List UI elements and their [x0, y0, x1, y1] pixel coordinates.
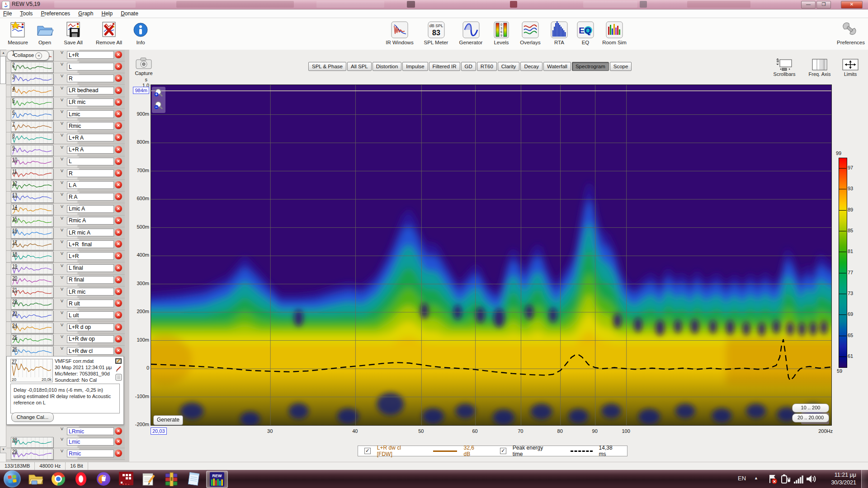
tray-action-center-icon[interactable]: ✕: [768, 474, 778, 486]
measurement-row[interactable]: 22V✕: [6, 298, 125, 310]
tab-distortion[interactable]: Distortion: [373, 62, 402, 71]
taskbar-notepad[interactable]: [184, 471, 204, 487]
change-cal-button[interactable]: Change Cal...: [11, 413, 54, 422]
scroll-thumb[interactable]: [0, 56, 6, 84]
delete-measurement-button[interactable]: ✕: [115, 217, 122, 224]
delete-measurement-button[interactable]: ✕: [115, 205, 122, 212]
measurement-name-input[interactable]: [67, 122, 114, 130]
tab-spectrogram[interactable]: Spectrogram: [572, 62, 609, 71]
measurement-thumbnail[interactable]: 19: [11, 263, 53, 274]
measurement-row[interactable]: 23V✕: [6, 310, 125, 322]
measurement-name-input[interactable]: [67, 63, 114, 70]
delete-measurement-button[interactable]: ✕: [115, 122, 122, 129]
tab-impulse[interactable]: Impulse: [402, 62, 428, 71]
measurement-name-input[interactable]: [67, 264, 114, 272]
measurement-row[interactable]: 29V✕: [6, 448, 125, 460]
measurement-thumbnail[interactable]: 5: [11, 98, 53, 108]
measurement-row[interactable]: 14V✕: [6, 204, 125, 216]
menu-graph[interactable]: Graph: [75, 9, 96, 18]
delete-measurement-button[interactable]: ✕: [115, 264, 122, 272]
delete-measurement-button[interactable]: ✕: [115, 75, 122, 82]
delete-measurement-button[interactable]: ✕: [115, 427, 122, 435]
tray-power-icon[interactable]: [780, 474, 791, 486]
measurement-name-input[interactable]: [67, 146, 114, 154]
measurement-name-input[interactable]: [67, 252, 114, 260]
measurement-name-input[interactable]: [67, 75, 114, 82]
tab-clarity[interactable]: Clarity: [498, 62, 520, 71]
series2-checkbox[interactable]: ✓: [500, 448, 506, 454]
delete-measurement-button[interactable]: ✕: [115, 134, 122, 141]
measurement-row[interactable]: 7V✕: [6, 121, 125, 132]
measurement-row[interactable]: 8V✕: [6, 132, 125, 144]
taskbar-secure-browser[interactable]: [93, 471, 114, 487]
measurement-thumbnail[interactable]: 28: [11, 437, 53, 448]
delete-measurement-button[interactable]: ✕: [115, 181, 122, 188]
measurement-thumbnail[interactable]: 3: [11, 74, 53, 84]
measurement-thumbnail[interactable]: 23: [11, 310, 53, 321]
measurement-name-input[interactable]: [67, 181, 114, 189]
measurement-thumbnail[interactable]: 22: [11, 299, 53, 310]
tab-all-spl[interactable]: All SPL: [347, 62, 372, 71]
tray-network-icon[interactable]: [793, 474, 804, 486]
measurement-row[interactable]: 25V✕: [6, 334, 125, 346]
delete-measurement-button[interactable]: ✕: [115, 300, 122, 307]
delete-measurement-button[interactable]: ✕: [115, 252, 122, 259]
tab-spl-phase[interactable]: SPL & Phase: [308, 62, 346, 71]
measurement-name-input[interactable]: [67, 335, 114, 343]
measurement-thumbnail[interactable]: 14: [11, 204, 53, 215]
tab-scope[interactable]: Scope: [610, 62, 632, 71]
open-button[interactable]: Open: [33, 20, 57, 45]
delete-measurement-button[interactable]: ✕: [115, 99, 122, 106]
measurement-thumbnail[interactable]: 16: [11, 228, 53, 239]
close-button[interactable]: ✕: [841, 1, 863, 9]
range-20-20000-button[interactable]: 20 .. 20.000: [792, 413, 829, 422]
measurement-row[interactable]: 21V✕: [6, 286, 125, 298]
tray-volume-icon[interactable]: [806, 474, 817, 486]
measurement-name-input[interactable]: [67, 217, 114, 225]
tray-show-hidden-icons[interactable]: ▲: [754, 476, 758, 480]
delete-measurement-button[interactable]: ✕: [115, 438, 122, 445]
zoom-in-button[interactable]: +: [153, 88, 164, 99]
taskbar-explorer[interactable]: [25, 471, 46, 487]
taskbar-rew[interactable]: REW: [206, 471, 228, 488]
tray-language[interactable]: EN: [738, 475, 746, 482]
range-10-200-button[interactable]: 10 .. 200: [792, 404, 829, 413]
measurement-thumbnail[interactable]: 8: [11, 133, 53, 144]
selected-thumbnail[interactable]: 272020,0k: [10, 359, 53, 382]
ir-windows-button[interactable]: IR Windows: [381, 20, 418, 45]
menu-file[interactable]: File: [0, 9, 15, 18]
delete-measurement-button[interactable]: ✕: [115, 311, 122, 319]
measurement-thumbnail[interactable]: 11: [11, 169, 53, 179]
measurement-row[interactable]: 9V✕: [6, 145, 125, 156]
eq-button[interactable]: EQEQ: [573, 20, 598, 45]
tab-decay[interactable]: Decay: [520, 62, 542, 71]
delete-measurement-button[interactable]: ✕: [115, 324, 122, 331]
tab-filtered-ir[interactable]: Filtered IR: [429, 62, 460, 71]
delete-measurement-button[interactable]: ✕: [115, 51, 122, 58]
pencil-icon[interactable]: [115, 366, 122, 372]
measurement-name-input[interactable]: [67, 99, 114, 106]
tray-clock[interactable]: 11:21 μμ30/3/2021: [831, 471, 856, 487]
taskbar-winrar[interactable]: [161, 471, 182, 487]
measurement-row[interactable]: 17V✕: [6, 239, 125, 251]
measurement-row[interactable]: 10V✕: [6, 156, 125, 168]
measurement-name-input[interactable]: [67, 347, 114, 355]
levels-button[interactable]: 0369Levels: [489, 20, 514, 45]
delete-measurement-button[interactable]: ✕: [115, 110, 122, 117]
measurement-thumbnail[interactable]: 17: [11, 239, 53, 250]
menu-help[interactable]: Help: [98, 9, 116, 18]
taskbar-opera[interactable]: [71, 471, 91, 487]
delete-measurement-button[interactable]: ✕: [115, 169, 122, 177]
measurement-name-input[interactable]: [67, 288, 114, 296]
tab-gd[interactable]: GD: [461, 62, 476, 71]
sidebar-scrollbar[interactable]: ▲▼: [0, 50, 6, 462]
measurement-thumbnail[interactable]: 21: [11, 287, 53, 298]
capture-button[interactable]: Capture: [133, 57, 155, 76]
taskbar-notes[interactable]: [138, 471, 159, 487]
measurement-row[interactable]: 18V✕: [6, 251, 125, 263]
scroll-up-arrow[interactable]: ▲: [0, 50, 7, 56]
restore-button[interactable]: ❐: [816, 1, 831, 9]
measurement-row[interactable]: 16V✕: [6, 227, 125, 239]
start-button[interactable]: [4, 470, 21, 488]
delete-measurement-button[interactable]: ✕: [115, 347, 122, 354]
